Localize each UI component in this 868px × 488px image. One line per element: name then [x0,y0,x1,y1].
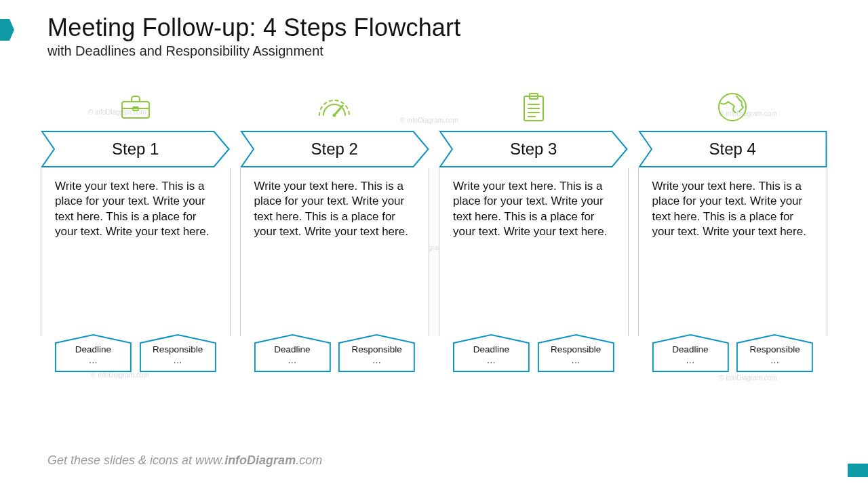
deadline-tag: Deadline… [652,333,730,373]
step-body: Write your text here. This is a place fo… [638,168,828,336]
step-3: Step 3 Write your text here. This is a p… [439,87,629,373]
footer-suffix: .com [296,453,322,467]
deadline-tag: Deadline… [452,333,530,373]
step-body: Write your text here. This is a place fo… [240,168,430,336]
tags-row: Deadline… Responsible… [41,333,231,373]
step-body-text: Write your text here. This is a place fo… [254,179,417,240]
footer-text: Get these slides & icons at www.infoDiag… [47,453,322,468]
responsible-label: Responsible… [736,333,814,373]
step-4: Step 4 Write your text here. This is a p… [638,87,828,373]
responsible-label: Responsible… [139,333,217,373]
responsible-tag: Responsible… [139,333,217,373]
steps-container: Step 1 Write your text here. This is a p… [41,87,827,373]
step-label: Step 4 [638,130,828,168]
clipboard-icon [439,87,629,127]
deadline-tag: Deadline… [54,333,132,373]
deadline-tag: Deadline… [254,333,332,373]
accent-right [848,464,868,477]
step-header: Step 2 [240,130,430,168]
slide-title: Meeting Follow-up: 4 Steps Flowchart [47,14,460,42]
step-body-text: Write your text here. This is a place fo… [652,179,815,240]
step-body: Write your text here. This is a place fo… [41,168,231,336]
tags-row: Deadline… Responsible… [638,333,828,373]
deadline-label: Deadline… [54,333,132,373]
step-header: Step 1 [41,130,231,168]
tags-row: Deadline… Responsible… [240,333,430,373]
responsible-label: Responsible… [338,333,416,373]
step-label: Step 3 [439,130,629,168]
slide-subtitle: with Deadlines and Responsibility Assign… [47,43,460,59]
step-body-text: Write your text here. This is a place fo… [453,179,616,240]
deadline-label: Deadline… [452,333,530,373]
footer-prefix: Get these slides & icons at www. [47,453,224,467]
svg-point-5 [333,114,336,117]
step-header: Step 3 [439,130,629,168]
responsible-tag: Responsible… [338,333,416,373]
deadline-label: Deadline… [652,333,730,373]
responsible-tag: Responsible… [736,333,814,373]
step-label: Step 2 [240,130,430,168]
deadline-label: Deadline… [254,333,332,373]
title-block: Meeting Follow-up: 4 Steps Flowchart wit… [47,14,460,59]
watermark: © infoDiagram.com [719,374,777,382]
footer-brand: infoDiagram [224,453,296,467]
briefcase-icon [41,87,231,127]
svg-point-18 [719,94,746,121]
responsible-tag: Responsible… [537,333,615,373]
step-1: Step 1 Write your text here. This is a p… [41,87,231,373]
tags-row: Deadline… Responsible… [439,333,629,373]
step-body-text: Write your text here. This is a place fo… [55,179,218,240]
step-body: Write your text here. This is a place fo… [439,168,629,336]
step-header: Step 4 [638,130,828,168]
responsible-label: Responsible… [537,333,615,373]
globe-icon [638,87,828,127]
accent-left [0,19,9,41]
step-label: Step 1 [41,130,231,168]
step-2: Step 2 Write your text here. This is a p… [240,87,430,373]
slide: Meeting Follow-up: 4 Steps Flowchart wit… [0,0,868,488]
gauge-icon [240,87,430,127]
